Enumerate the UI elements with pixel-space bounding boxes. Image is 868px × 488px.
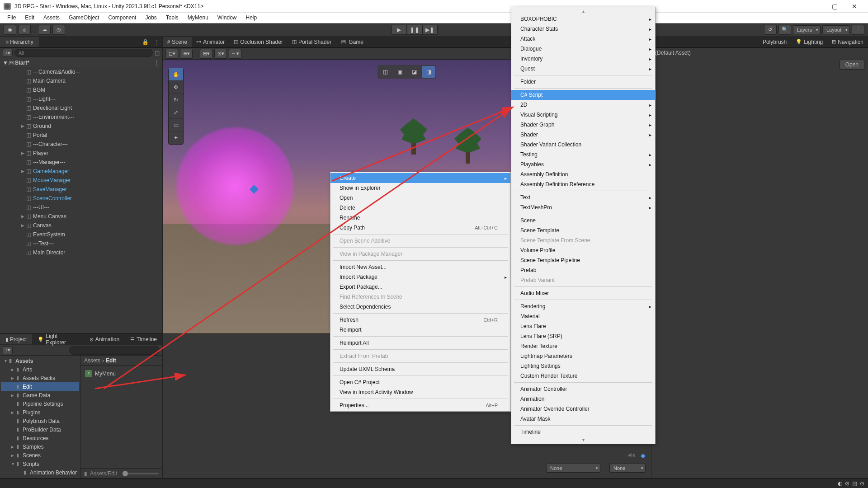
slot-dropdown-1[interactable]: None [546, 464, 600, 473]
hierarchy-item[interactable]: ◫---Light--- [0, 94, 162, 103]
hierarchy-item[interactable]: ◫---Environment--- [0, 113, 162, 122]
breadcrumb-edit[interactable]: Edit [106, 357, 116, 364]
context-menu-item[interactable]: Custom Render Texture [511, 371, 655, 381]
layout-dropdown[interactable]: Layout [822, 25, 850, 34]
menu-tools[interactable]: Tools [161, 13, 183, 23]
context-menu-item[interactable]: Animation [511, 394, 655, 404]
status-icon-1[interactable]: ◐ [838, 480, 842, 487]
menu-jobs[interactable]: Jobs [141, 13, 161, 23]
context-menu-item[interactable]: Inventory [511, 54, 655, 64]
context-menu-item[interactable]: 2D [511, 100, 655, 110]
context-menu-item[interactable]: Open [330, 193, 510, 203]
create-dropdown[interactable]: +▾ [3, 49, 13, 57]
search-icon[interactable]: 🔍 [778, 25, 791, 35]
hierarchy-item[interactable]: ▶◫Ground [0, 122, 162, 131]
status-icon-2[interactable]: ⊘ [845, 480, 849, 487]
move-tool[interactable]: ✥ [169, 81, 183, 94]
context-menu-item[interactable]: Copy PathAlt+Ctrl+C [330, 223, 510, 233]
tab-polybrush[interactable]: Polybrush [758, 37, 791, 47]
open-button[interactable]: Open [840, 60, 864, 70]
slot-dropdown-2[interactable]: None [609, 464, 646, 473]
project-tree-item[interactable]: ▼▮Scripts [1, 460, 79, 468]
context-menu-item[interactable]: Shader Graph [511, 120, 655, 130]
rotate-tool[interactable]: ↻ [169, 94, 183, 106]
context-menu-item[interactable]: Dialogue [511, 44, 655, 54]
project-tree-item[interactable]: ▮Polybrush Data [1, 417, 79, 425]
context-menu-item[interactable]: Scene Template Pipeline [511, 255, 655, 265]
project-tree-item[interactable]: ▮Animation Behavior [1, 468, 79, 477]
scale-tool[interactable]: ⤢ [169, 106, 183, 119]
transform-tool[interactable]: ✦ [169, 131, 183, 144]
menu-help[interactable]: Help [241, 13, 262, 23]
context-menu-item[interactable]: Animator Controller [511, 384, 655, 394]
context-menu-item[interactable]: Animator Override Controller [511, 404, 655, 414]
pause-button[interactable]: ❚❚ [407, 25, 422, 35]
animation-tab[interactable]: ⊙ Animation [84, 334, 125, 344]
context-menu-item[interactable]: C# Script [511, 90, 655, 100]
search-filter-icon[interactable]: ◫ [155, 50, 160, 56]
tab-lighting[interactable]: 💡 Lighting [791, 37, 827, 47]
context-menu-item[interactable]: Reimport [330, 325, 510, 335]
services-icon[interactable]: ⎋ [18, 25, 31, 35]
project-tree-item[interactable]: ▶▮Scenes [1, 451, 79, 460]
context-menu-item[interactable]: Testing [511, 150, 655, 160]
project-tree-item[interactable]: ▮Edit [1, 382, 79, 391]
hand-tool[interactable]: ✋ [169, 68, 183, 81]
project-tree-item[interactable]: ▮Pipeline Settings [1, 399, 79, 408]
context-menu-item[interactable]: Lighting Settings [511, 361, 655, 371]
slider-thumb[interactable] [123, 473, 159, 474]
context-menu-item[interactable]: TextMeshPro [511, 202, 655, 212]
context-menu-item[interactable]: Character Stats [511, 24, 655, 34]
context-menu-item[interactable]: Folder [511, 77, 655, 87]
context-menu-item[interactable]: Import New Asset... [330, 262, 510, 272]
context-menu-item[interactable]: Attack [511, 34, 655, 44]
menu-gameobject[interactable]: GameObject [64, 13, 104, 23]
menu-assets[interactable]: Assets [39, 13, 64, 23]
project-create-dropdown[interactable]: +▾ [3, 346, 13, 354]
context-menu-item[interactable]: Timeline [511, 427, 655, 437]
increment-toggle[interactable]: ↔▾ [229, 49, 241, 59]
close-button[interactable]: ✕ [844, 0, 864, 13]
shading-mode-dropdown[interactable]: ⊕▾ [180, 49, 193, 59]
hierarchy-search[interactable] [14, 49, 153, 57]
layers-dropdown[interactable]: Layers [793, 25, 821, 34]
context-menu-item[interactable]: Properties...Alt+P [330, 400, 510, 410]
menu-window[interactable]: Window [213, 13, 241, 23]
project-tree-item[interactable]: ▶▮Plugins [1, 408, 79, 417]
hierarchy-item[interactable]: ▶◫Player [0, 149, 162, 158]
hierarchy-item[interactable]: ◫---Character--- [0, 140, 162, 149]
context-menu-item[interactable]: Rename [330, 213, 510, 223]
context-menu-item[interactable]: Update UXML Schema [330, 364, 510, 374]
grid-toggle[interactable]: ⊞▾ [200, 49, 212, 59]
context-menu-item[interactable]: Shader [511, 130, 655, 140]
context-menu-item[interactable]: BOXOPHOBIC [511, 14, 655, 24]
hierarchy-item[interactable]: ◫Main Director [0, 248, 162, 257]
menu-file[interactable]: File [3, 13, 20, 23]
context-menu-item[interactable]: Render Texture [511, 341, 655, 351]
project-tree-item[interactable]: ▼▮Assets [1, 357, 79, 365]
hierarchy-item[interactable]: ◫SaveManager [0, 185, 162, 194]
context-menu-item[interactable]: Reimport All [330, 338, 510, 348]
hierarchy-item[interactable]: ◫BGM [0, 85, 162, 94]
draw-mode-dropdown[interactable]: ◻▾ [165, 49, 178, 59]
tab-portal[interactable]: ◫ Portal Shader [288, 37, 336, 47]
tab-scene[interactable]: # Scene [163, 37, 192, 47]
project-tree-item[interactable]: ▶▮Samples [1, 442, 79, 451]
context-menu-item[interactable]: Assembly Definition [511, 169, 655, 179]
context-menu-item[interactable]: Quest [511, 64, 655, 74]
menu-component[interactable]: Component [104, 13, 141, 23]
scene-cube-icon[interactable]: ◫ [378, 66, 392, 78]
project-tree-item[interactable]: ▶▮Assets Packs [1, 374, 79, 382]
context-menu-item[interactable]: Lightmap Parameters [511, 351, 655, 361]
context-menu-item[interactable]: Material [511, 311, 655, 321]
context-menu-item[interactable]: Scene Template [511, 225, 655, 235]
hierarchy-item[interactable]: ◫---Camera&Audio--- [0, 67, 162, 76]
status-icon-4[interactable]: ⊙ [860, 480, 864, 487]
breadcrumb-assets[interactable]: Assets [84, 357, 100, 364]
hierarchy-item[interactable]: ◫Main Camera [0, 76, 162, 85]
panel-menu-icon[interactable]: ⋮ [151, 39, 162, 45]
panel-lock-icon[interactable]: 🔒 [139, 39, 151, 45]
cloud-icon[interactable]: ☁ [38, 25, 51, 35]
context-menu-item[interactable]: Visual Scripting [511, 110, 655, 120]
context-menu-item[interactable]: Avatar Mask [511, 414, 655, 424]
